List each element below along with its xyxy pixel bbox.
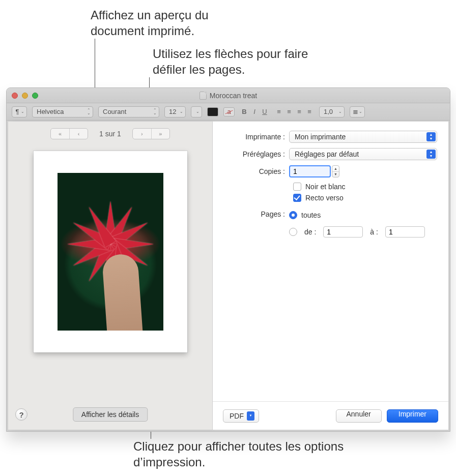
align-right-button[interactable]: ≡ [295, 107, 304, 116]
pages-from-label: de : [304, 228, 316, 236]
bold-button[interactable]: B [240, 107, 249, 116]
font-family-select[interactable]: Helvetica⌃⌄ [32, 106, 93, 117]
zoom-window-button[interactable] [32, 93, 38, 99]
align-left-button[interactable]: ≡ [274, 107, 283, 116]
bw-checkbox-row: Noir et blanc [293, 183, 437, 191]
document-title: Moroccan treat [7, 92, 450, 100]
preview-page [34, 151, 187, 352]
printer-value: Mon imprimante [295, 133, 346, 141]
bw-label: Noir et blanc [305, 183, 346, 191]
nav-back-group: « ‹ [50, 128, 88, 139]
printer-row: Imprimante : Mon imprimante ▲▼ [224, 131, 437, 143]
last-page-button[interactable]: » [151, 129, 169, 139]
document-icon [200, 92, 207, 100]
pdf-menu-label: PDF [230, 412, 244, 420]
pages-to-label: à : [370, 228, 378, 236]
callout-arrows: Utilisez les flèches pour faire défiler … [153, 46, 331, 77]
close-window-button[interactable] [12, 93, 18, 99]
duplex-label: Recto verso [305, 194, 344, 202]
print-button[interactable]: Imprimer [387, 409, 438, 423]
duplex-checkbox-row: Recto verso [293, 194, 437, 202]
printer-select[interactable]: Mon imprimante ▲▼ [289, 131, 437, 143]
pages-label: Pages : [224, 209, 289, 218]
page-counter: 1 sur 1 [99, 130, 121, 138]
pages-row: Pages : toutes de : à : [224, 209, 437, 240]
callout-preview: Affichez un aperçu du document imprimé. [91, 7, 264, 39]
bw-checkbox[interactable] [293, 183, 301, 191]
copies-label: Copies : [224, 167, 289, 175]
duplex-checkbox[interactable] [293, 194, 301, 202]
font-family-value: Helvetica [37, 108, 64, 115]
text-color-swatch[interactable] [207, 107, 218, 116]
font-size-select[interactable]: 12⌄ [164, 106, 186, 117]
pages-all-label: toutes [301, 211, 321, 219]
copies-input[interactable] [289, 165, 331, 177]
show-details-button[interactable]: Afficher les détails [73, 407, 148, 422]
print-preview-panel: « ‹ 1 sur 1 › » [8, 122, 213, 430]
print-options-panel: Imprimante : Mon imprimante ▲▼ Préréglag… [213, 122, 448, 430]
page-navigation: « ‹ 1 sur 1 › » [50, 128, 170, 140]
help-button[interactable]: ? [15, 408, 27, 421]
pages-all-radio[interactable] [289, 211, 297, 219]
presets-row: Préréglages : Réglages par défaut ▲▼ [224, 148, 437, 160]
chevron-down-icon: ▼ [247, 411, 254, 421]
stepper-up-icon: ▲ [332, 166, 339, 172]
list-style-select[interactable]: ≣⌄ [350, 106, 365, 117]
font-style-value: Courant [103, 108, 126, 115]
traffic-lights [12, 93, 38, 99]
presets-value: Réglages par défaut [295, 150, 359, 158]
font-size-value: 12 [169, 108, 176, 115]
dialog-footer: PDF ▼ Annuler Imprimer [213, 401, 448, 430]
align-justify-button[interactable]: ≡ [305, 107, 314, 116]
nav-forward-group: › » [132, 128, 170, 139]
preview-image [58, 173, 163, 331]
stepper-down-icon: ▼ [332, 172, 339, 177]
align-center-button[interactable]: ≡ [284, 107, 294, 116]
print-dialog: « ‹ 1 sur 1 › » [8, 122, 448, 430]
underline-button[interactable]: U [260, 107, 269, 116]
copies-row: Copies : ▲ ▼ [224, 165, 437, 177]
format-toolbar: ⌄ Helvetica⌃⌄ Courant⌃⌄ 12⌄ ⌄ B I U ≡ ≡ … [7, 103, 450, 121]
select-arrows-icon: ▲▼ [426, 132, 436, 141]
copies-stepper[interactable]: ▲ ▼ [332, 165, 339, 177]
pdf-menu-button[interactable]: PDF ▼ [223, 409, 259, 423]
document-title-text: Moroccan treat [210, 92, 257, 100]
pages-to-input[interactable] [385, 226, 425, 237]
clear-style-button[interactable] [223, 107, 235, 116]
cancel-button[interactable]: Annuler [336, 409, 382, 423]
pages-all-row: toutes [289, 211, 425, 219]
presets-label: Préréglages : [224, 150, 289, 158]
pages-range-row: de : à : [289, 226, 425, 237]
presets-select[interactable]: Réglages par défaut ▲▼ [289, 148, 437, 160]
font-style-select[interactable]: Courant⌃⌄ [98, 106, 159, 117]
pages-range-radio[interactable] [289, 228, 297, 236]
select-arrows-icon: ▲▼ [426, 150, 436, 159]
app-window: Moroccan treat ⌄ Helvetica⌃⌄ Courant⌃⌄ 1… [6, 87, 450, 432]
line-spacing-select[interactable]: 1,0⌄ [319, 106, 345, 117]
font-size-stepper[interactable]: ⌄ [191, 106, 202, 117]
line-spacing-value: 1,0 [324, 108, 333, 115]
alignment-group: ≡ ≡ ≡ ≡ [274, 107, 314, 116]
prev-page-button[interactable]: ‹ [69, 129, 88, 139]
text-style-group: B I U [240, 107, 269, 116]
paragraph-style-select[interactable]: ⌄ [12, 106, 27, 117]
printer-label: Imprimante : [224, 133, 289, 141]
first-page-button[interactable]: « [51, 129, 69, 139]
italic-button[interactable]: I [250, 107, 259, 116]
titlebar: Moroccan treat [7, 88, 450, 103]
next-page-button[interactable]: › [133, 129, 151, 139]
callout-details: Cliquez pour afficher toutes les options… [133, 438, 347, 470]
minimize-window-button[interactable] [22, 93, 28, 99]
pages-from-input[interactable] [323, 226, 363, 237]
